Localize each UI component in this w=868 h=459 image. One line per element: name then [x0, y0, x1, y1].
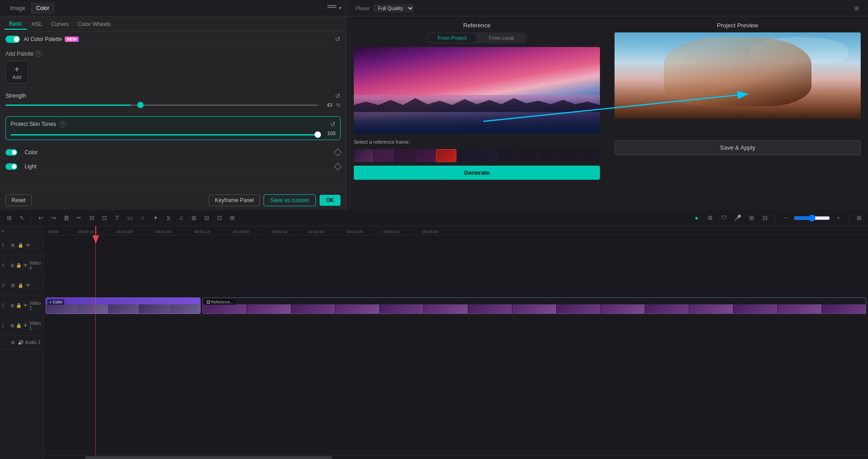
timeline-transform-icon[interactable]: ⊡: [99, 213, 110, 224]
timeline-settings-icon[interactable]: ⚙: [705, 213, 716, 224]
track3-eye-icon[interactable]: 👁: [25, 282, 31, 289]
timeline-delete-icon[interactable]: 🗑: [61, 213, 72, 224]
filmstrip-frame-1[interactable]: [354, 149, 373, 162]
playhead-handle[interactable]: [93, 235, 99, 244]
timeline-effects-icon[interactable]: ✦: [150, 213, 161, 224]
timeline-audio-icon[interactable]: ♫: [176, 213, 186, 224]
timeline-speed-icon[interactable]: ⧖: [163, 213, 174, 224]
track5-eye-icon[interactable]: 👁: [25, 242, 31, 249]
filmstrip-frame-12[interactable]: [580, 149, 600, 162]
color-toggle[interactable]: [5, 149, 17, 156]
timeline-grid-btn[interactable]: ⊞: [853, 213, 864, 224]
timeline-redo-icon[interactable]: ↪: [48, 213, 59, 224]
track3-add-icon[interactable]: ⊞: [10, 282, 16, 289]
track4-add-icon[interactable]: ⊞: [10, 262, 15, 269]
light-collapsible[interactable]: Light: [5, 160, 341, 174]
filmstrip-frame-8[interactable]: [498, 149, 518, 162]
color-clip[interactable]: ● Color: [46, 297, 201, 314]
keyframe-panel-button[interactable]: Keyframe Panel: [209, 194, 259, 206]
reference-title: Reference: [354, 22, 600, 29]
audio1-vol-icon[interactable]: 🔊: [17, 339, 24, 346]
timeline-caption-icon[interactable]: ⊞: [746, 213, 757, 224]
strength-unit: %: [336, 102, 341, 108]
fullscreen-icon[interactable]: ⊞: [854, 5, 859, 11]
light-diamond-icon[interactable]: [334, 163, 342, 171]
filmstrip-frame-3[interactable]: [395, 149, 414, 162]
filmstrip-frame-7[interactable]: [478, 149, 497, 162]
track1-add-icon[interactable]: ⊞: [10, 323, 15, 329]
color-diamond-icon[interactable]: [334, 149, 342, 156]
add-palette-button[interactable]: + Add: [5, 61, 28, 83]
timeline-subtitle-icon[interactable]: ⊟: [760, 213, 770, 224]
timeline-copy-icon[interactable]: ⊡: [214, 213, 225, 224]
filmstrip-frame-selected[interactable]: [436, 149, 456, 162]
track5-lock-icon[interactable]: 🔒: [17, 242, 24, 249]
timeline-shape-icon[interactable]: ▭: [124, 213, 135, 224]
reference-clip[interactable]: 🖼 Reference...: [202, 297, 866, 314]
sub-tab-hsl[interactable]: HSL: [27, 19, 46, 29]
strength-slider[interactable]: [5, 104, 318, 106]
timeline-circle-icon[interactable]: ○: [137, 213, 148, 224]
timeline-undo-icon[interactable]: ↩: [35, 213, 46, 224]
from-local-tab[interactable]: From Local: [477, 33, 526, 42]
save-as-custom-button[interactable]: Save as custom: [264, 194, 316, 206]
strength-reset-icon[interactable]: ↺: [335, 92, 341, 99]
tc-400: 00:04:00: [422, 230, 438, 234]
track-lane-audio1: [44, 336, 868, 349]
timeline-mic-icon[interactable]: 🎤: [732, 213, 743, 224]
zoom-out-icon[interactable]: −: [780, 213, 791, 224]
track5-add-icon[interactable]: ⊞: [10, 242, 16, 249]
track4-eye-icon[interactable]: 👁: [23, 262, 28, 269]
protect-skin-help-icon[interactable]: ?: [60, 121, 66, 127]
reset-button[interactable]: Reset: [5, 194, 31, 206]
generate-button[interactable]: Generate: [354, 166, 600, 180]
save-apply-button[interactable]: Save & Apply: [615, 140, 861, 155]
timeline-link-icon[interactable]: ⊞: [227, 213, 238, 224]
zoom-in-icon[interactable]: +: [833, 213, 844, 224]
reset-ai-icon[interactable]: ↺: [335, 36, 341, 43]
track3-lock-icon[interactable]: 🔒: [17, 282, 24, 289]
track4-lock-icon[interactable]: 🔒: [16, 262, 21, 269]
sub-tab-basic[interactable]: Basic: [5, 19, 27, 30]
timeline-grid-icon[interactable]: ⊞: [4, 213, 15, 224]
timeline-shield-icon[interactable]: 🛡: [718, 213, 729, 224]
quality-select[interactable]: Full Quality Half Quality: [373, 4, 414, 12]
reference-clip-label: 🖼 Reference...: [204, 299, 235, 305]
timeline-split-icon[interactable]: ⊟: [201, 213, 212, 224]
tab-color[interactable]: Color: [31, 2, 55, 14]
track2-eye-icon[interactable]: 👁: [23, 303, 28, 309]
track1-eye-icon[interactable]: 👁: [23, 323, 28, 329]
help-icon[interactable]: ?: [36, 51, 42, 57]
tc-315: 00:03:15: [383, 230, 399, 234]
track2-lock-icon[interactable]: 🔒: [16, 303, 21, 309]
from-project-tab[interactable]: From Project: [428, 33, 477, 42]
tab-image[interactable]: Image: [5, 2, 31, 14]
timeline-cut-icon[interactable]: ✂: [73, 213, 84, 224]
sub-tab-color-wheels[interactable]: Color Wheels: [73, 19, 115, 29]
light-toggle[interactable]: [5, 163, 17, 170]
sub-tab-curves[interactable]: Curves: [47, 19, 73, 29]
audio1-add-icon[interactable]: ⊞: [10, 339, 16, 346]
timeline-scrollbar[interactable]: [44, 455, 868, 459]
timeline-record-icon[interactable]: ●: [691, 213, 702, 224]
filmstrip-frame-2[interactable]: [374, 149, 394, 162]
track1-lock-icon[interactable]: 🔒: [16, 323, 21, 329]
color-collapsible[interactable]: Color: [5, 146, 341, 160]
ai-palette-toggle[interactable]: [5, 36, 20, 43]
track2-add-icon[interactable]: ⊞: [10, 303, 15, 309]
ok-button[interactable]: OK: [320, 195, 341, 206]
timeline-text-icon[interactable]: T: [112, 213, 123, 224]
filmstrip-frame-9[interactable]: [519, 149, 538, 162]
split-view-icon[interactable]: [327, 5, 336, 11]
protect-skin-slider[interactable]: [10, 134, 321, 136]
filmstrip-frame-6[interactable]: [457, 149, 477, 162]
protect-reset-icon[interactable]: ↺: [330, 120, 336, 128]
filmstrip-frame-4[interactable]: [415, 149, 435, 162]
filmstrip-frame-10[interactable]: [539, 149, 559, 162]
filmstrip-frame-11[interactable]: [560, 149, 579, 162]
zoom-slider[interactable]: [794, 214, 830, 222]
timeline-cursor-icon[interactable]: ↖: [16, 213, 27, 224]
timeline-trim-icon[interactable]: ⊟: [86, 213, 97, 224]
chevron-down-icon[interactable]: ▾: [339, 5, 341, 10]
timeline-adjust-icon[interactable]: ⊞: [188, 213, 199, 224]
